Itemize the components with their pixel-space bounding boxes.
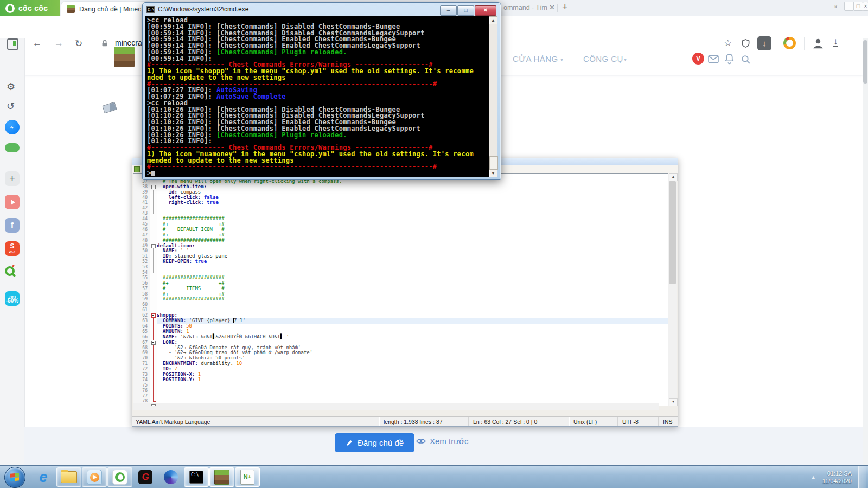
tray-expand-icon[interactable]: ▲: [811, 474, 816, 480]
scroll-up-icon[interactable]: ▲: [669, 173, 678, 181]
nav-cua-hang[interactable]: CỬA HÀNG: [513, 54, 558, 63]
editor-line[interactable]: 76: [133, 388, 668, 394]
editor-line[interactable]: 60: [133, 302, 668, 307]
line-number: 38: [133, 184, 150, 190]
status-encoding[interactable]: UTF-8: [617, 417, 658, 426]
adblock-shield-icon[interactable]: [741, 38, 750, 48]
status-eol[interactable]: Unix (LF): [569, 417, 617, 426]
editor-line[interactable]: 64 POINTS: 50: [133, 324, 668, 329]
forward-button[interactable]: →: [54, 38, 63, 49]
reload-button[interactable]: ↻: [75, 38, 82, 49]
editor-line[interactable]: 74 POSITION-Y: 1: [133, 377, 668, 383]
coccoc-brand[interactable]: cốc cốc: [0, 0, 60, 16]
editor-line[interactable]: 66 NAME: '&7&l→ &d&l▌&2&lHUYỀN &6THẠCH &…: [133, 335, 668, 340]
editor-vscrollbar[interactable]: ▲ ▼: [668, 173, 677, 406]
scroll-down-icon[interactable]: ▼: [669, 398, 678, 406]
taskbar-ie[interactable]: e: [31, 467, 56, 487]
shopee-icon[interactable]: S 24.4: [5, 241, 20, 256]
editor-line[interactable]: 72 ID: 7: [133, 367, 668, 372]
editor-line[interactable]: 61: [133, 307, 668, 313]
settings-gear-icon[interactable]: ⚙: [7, 81, 15, 93]
page-scrollbar[interactable]: [863, 38, 868, 465]
fold-marker-icon[interactable]: [150, 340, 157, 345]
notepadpp-toolbar-icon[interactable]: [134, 166, 140, 172]
window-close-button[interactable]: ×: [863, 2, 868, 11]
new-tab-button[interactable]: +: [562, 2, 568, 13]
site-logo[interactable]: [114, 47, 135, 67]
url-text[interactable]: minecraft: [115, 38, 146, 47]
scroll-down-icon[interactable]: ▼: [489, 169, 497, 177]
editor-scroll-thumb[interactable]: [669, 181, 676, 284]
editor-line[interactable]: 42: [133, 206, 668, 211]
taskbar-media-player[interactable]: [82, 467, 107, 487]
nav-cong-cu[interactable]: CÔNG CỤ: [583, 54, 623, 63]
back-button[interactable]: ←: [33, 38, 42, 49]
status-insert-mode[interactable]: INS: [658, 417, 678, 426]
editor-line[interactable]: 73 POSITION-X: 1: [133, 372, 668, 377]
user-avatar[interactable]: V: [692, 53, 704, 65]
mail-icon[interactable]: [708, 55, 719, 63]
profile-icon[interactable]: [812, 37, 825, 50]
editor-line[interactable]: 77: [133, 394, 668, 399]
facebook-icon[interactable]: f: [5, 218, 20, 233]
fold-marker-icon[interactable]: [150, 313, 157, 318]
editor-line[interactable]: 63 COMMAND: 'GIVE {player} 7 1': [133, 318, 668, 324]
search-icon[interactable]: [741, 54, 751, 65]
history-icon[interactable]: ↺: [7, 100, 15, 112]
fold-margin: [150, 324, 157, 329]
coccoc-search-icon[interactable]: [5, 266, 15, 276]
editor-line[interactable]: 41 right-click: true: [133, 200, 668, 206]
fold-marker-icon[interactable]: [150, 184, 157, 190]
editor-line[interactable]: 52 KEEP-OPEN: true: [133, 259, 668, 265]
cmd-close-button[interactable]: ✕: [475, 5, 496, 16]
tab-close-icon[interactable]: ✕: [549, 3, 555, 11]
sidebar-toggle-icon[interactable]: [7, 38, 18, 50]
tiki-icon[interactable]: TIKI -50%: [5, 291, 20, 306]
preview-button[interactable]: Xem trước: [416, 436, 469, 446]
fold-margin: [150, 265, 157, 270]
add-shortcut-button[interactable]: +: [5, 171, 20, 186]
show-desktop-button[interactable]: [858, 466, 866, 488]
taskbar-cmd[interactable]: C:\_: [184, 467, 209, 487]
taskbar-coccoc[interactable]: [107, 467, 132, 487]
code-editor[interactable]: 3637 # The menu will open only when righ…: [133, 173, 668, 406]
editor-line[interactable]: 53: [133, 265, 668, 270]
console-scroll-thumb[interactable]: [489, 156, 498, 170]
download-manager-button[interactable]: ↓: [757, 36, 771, 50]
editor-line[interactable]: 51 ID: stained glass pane: [133, 254, 668, 259]
taskbar-clock[interactable]: 01:12 SA 11/04/2020: [822, 470, 852, 485]
tab-background-title[interactable]: ommand - Tìm: [503, 4, 547, 11]
window-minimize-button[interactable]: –: [844, 2, 854, 11]
messenger-icon[interactable]: [5, 120, 20, 134]
games-gamepad-icon[interactable]: [5, 143, 20, 152]
editor-line[interactable]: 38 open-with-item:: [133, 184, 668, 190]
editor-line[interactable]: 49default-icon:: [133, 243, 668, 249]
bookmark-star-icon[interactable]: ☆: [724, 37, 732, 49]
editor-line[interactable]: 48 #####################: [133, 238, 668, 243]
bell-icon[interactable]: [724, 53, 735, 65]
editor-hscrollbar[interactable]: [133, 403, 659, 410]
start-button[interactable]: [4, 467, 25, 488]
taskbar-app-swirl[interactable]: [158, 467, 183, 487]
editor-line[interactable]: 59 #####################: [133, 297, 668, 302]
youtube-icon[interactable]: [5, 195, 20, 209]
taskbar-notepadpp[interactable]: N+: [235, 467, 260, 487]
page-scrollbar-thumb[interactable]: [863, 40, 867, 84]
post-thread-button[interactable]: Đăng chủ đề: [335, 433, 414, 452]
scroll-up-icon[interactable]: ▲: [489, 16, 497, 24]
taskbar-minecraft[interactable]: [209, 467, 234, 487]
console-output[interactable]: >cc reload[00:59:14 INFO]: [ChestCommand…: [145, 16, 489, 177]
window-restore-button[interactable]: □: [853, 2, 863, 11]
cmd-minimize-button[interactable]: –: [440, 5, 457, 16]
fold-marker-icon[interactable]: [150, 243, 157, 249]
editor-line[interactable]: 75: [133, 383, 668, 388]
tab-active[interactable]: Đăng chủ đề | Minec: [61, 1, 153, 16]
downloads-tray-icon[interactable]: ↓: [833, 37, 838, 47]
console-scrollbar[interactable]: ▲ ▼: [489, 16, 497, 177]
taskbar-garena[interactable]: G: [133, 467, 158, 487]
extension-donut-icon[interactable]: [783, 37, 796, 49]
cmd-maximize-button[interactable]: □: [457, 5, 474, 16]
editor-line[interactable]: 71 ENCHANTMENT: durability, 10: [133, 361, 668, 367]
taskbar-explorer[interactable]: [56, 467, 81, 487]
window-pin-icon[interactable]: ⇤: [834, 3, 840, 11]
